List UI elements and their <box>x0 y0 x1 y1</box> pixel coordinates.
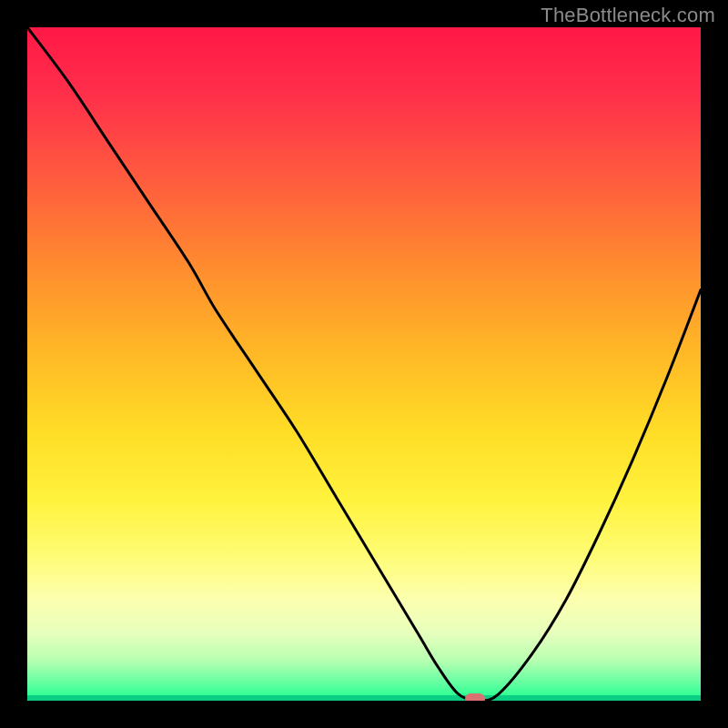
optimal-point-marker <box>465 693 485 701</box>
bottleneck-curve <box>27 27 701 701</box>
plot-area <box>27 27 701 701</box>
bottleneck-curve-path <box>27 27 701 701</box>
watermark-text: TheBottleneck.com <box>541 4 715 27</box>
chart-frame: TheBottleneck.com <box>0 0 728 728</box>
